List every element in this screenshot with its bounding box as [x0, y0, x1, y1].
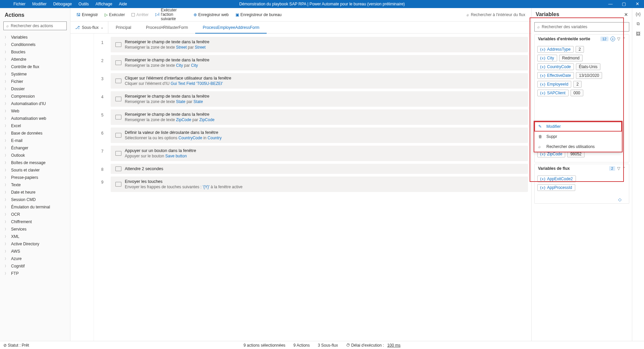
- step-card[interactable]: Appuyer sur un bouton dans la fenêtreApp…: [111, 146, 528, 161]
- variable-chip[interactable]: {x}AddressType: [537, 46, 574, 53]
- erase-icon[interactable]: ◇: [618, 197, 622, 202]
- action-category[interactable]: 〉Date et heure: [0, 189, 70, 196]
- variable-chip[interactable]: {x}AppProcessId: [537, 184, 575, 191]
- action-category[interactable]: 〉Excel: [0, 122, 70, 130]
- action-category[interactable]: 〉Azure: [0, 255, 70, 262]
- filter-icon[interactable]: ▽: [617, 37, 620, 41]
- action-category[interactable]: 〉FTP: [0, 270, 70, 277]
- action-category[interactable]: 〉Cognitif: [0, 262, 70, 270]
- tab-processhrmasterform[interactable]: ProcessHRMasterForm: [139, 21, 195, 33]
- action-category[interactable]: 〉Fichier: [0, 78, 70, 85]
- step-row[interactable]: 6Définir la valeur de liste déroulante d…: [94, 126, 528, 144]
- action-category[interactable]: 〉Session CMD: [0, 196, 70, 203]
- action-category[interactable]: 〉Texte: [0, 181, 70, 189]
- action-category[interactable]: 〉E-mail: [0, 137, 70, 144]
- action-category[interactable]: 〉Chiffrement: [0, 218, 70, 226]
- variable-chip[interactable]: {x}EmployeeId: [537, 81, 571, 88]
- variable-chip[interactable]: {x}ZipCode: [537, 151, 565, 157]
- action-category[interactable]: 〉Échanger: [0, 144, 70, 152]
- variable-row[interactable]: {x}EffectiveDate13/10/2020: [537, 72, 626, 79]
- action-category[interactable]: 〉Boucles: [0, 48, 70, 56]
- context-delete[interactable]: 🗑Suppr: [534, 132, 622, 142]
- tab-principal[interactable]: Principal: [108, 21, 139, 33]
- context-modify[interactable]: ✎Modifier: [534, 121, 622, 132]
- action-category[interactable]: 〉Web: [0, 107, 70, 115]
- action-category[interactable]: 〉Boîtes de message: [0, 159, 70, 166]
- action-category[interactable]: 〉Système: [0, 70, 70, 78]
- subflow-dropdown[interactable]: ⎇ Sous-flux ⌄: [70, 21, 108, 33]
- desktop-recorder-button[interactable]: ▣Enregistreur de bureau: [233, 11, 284, 18]
- variable-row[interactable]: {x}CityRedmond: [537, 55, 626, 61]
- step-card[interactable]: Envoyer les touchesEnvoyer les frappes d…: [111, 177, 528, 192]
- variable-row[interactable]: {x}CountryCodeÉtats-Unis: [537, 63, 626, 70]
- filter-icon[interactable]: ▽: [617, 166, 620, 171]
- menu-view[interactable]: Affichage: [92, 0, 116, 8]
- variables-rail-icon[interactable]: {x}: [636, 11, 641, 16]
- step-row[interactable]: 1Renseigner le champ de texte dans la fe…: [94, 36, 528, 54]
- minimize-button[interactable]: —: [604, 0, 617, 8]
- menu-edit[interactable]: Modifier: [29, 0, 50, 8]
- variable-row[interactable]: {x}ZipCode98052: [537, 151, 626, 157]
- action-category[interactable]: 〉AWS: [0, 248, 70, 255]
- close-button[interactable]: ✕: [631, 0, 644, 8]
- menu-debug[interactable]: Débogage: [50, 0, 75, 8]
- menu-tools[interactable]: Outils: [75, 0, 92, 8]
- action-category[interactable]: 〉Services: [0, 226, 70, 233]
- action-category[interactable]: 〉Automatisation web: [0, 115, 70, 122]
- action-category[interactable]: 〉OCR: [0, 211, 70, 218]
- actions-search[interactable]: ⌕ Rechercher des actions: [3, 21, 67, 30]
- variables-search[interactable]: ⌕ Rechercher des variables: [534, 22, 629, 32]
- variable-row[interactable]: {x}SAPClient000: [537, 90, 626, 96]
- action-category[interactable]: 〉Émulation du terminal: [0, 203, 70, 211]
- collapse-icon[interactable]: ⌃: [622, 37, 626, 41]
- run-button[interactable]: ▷Exécuter: [102, 11, 127, 18]
- action-category[interactable]: 〉Compression: [0, 93, 70, 100]
- step-card[interactable]: Renseigner le champ de texte dans la fen…: [111, 37, 528, 52]
- step-card[interactable]: Renseigner le champ de texte dans la fen…: [111, 91, 528, 107]
- step-card[interactable]: Renseigner le champ de texte dans la fen…: [111, 109, 528, 125]
- step-row[interactable]: 9Envoyer les touchesEnvoyer les frappes …: [94, 175, 528, 193]
- run-next-button[interactable]: ▷IExécuter l'action suivante: [153, 7, 190, 23]
- step-card[interactable]: Cliquer sur l'élément d'interface utilis…: [111, 73, 528, 89]
- variable-chip[interactable]: {x}SAPClient: [537, 90, 569, 96]
- action-category[interactable]: 〉Contrôle de flux: [0, 63, 70, 70]
- action-category[interactable]: 〉Dossier: [0, 85, 70, 93]
- stop-button[interactable]: Arrêter: [129, 11, 151, 18]
- action-category[interactable]: 〉Active Directory: [0, 240, 70, 248]
- step-row[interactable]: 3Cliquer sur l'élément d'interface utili…: [94, 72, 528, 90]
- step-card[interactable]: Attendre 2 secondes: [111, 164, 528, 174]
- variable-row[interactable]: {x}EmployeeId2: [537, 81, 626, 88]
- step-row[interactable]: 2Renseigner le champ de texte dans la fe…: [94, 54, 528, 72]
- images-rail-icon[interactable]: 🖼: [636, 31, 640, 36]
- flow-search[interactable]: ⌕ Rechercher à l'intérieur du flux: [464, 11, 528, 18]
- collapse-icon[interactable]: ⌃: [622, 166, 626, 171]
- action-category[interactable]: 〉Presse-papiers: [0, 174, 70, 181]
- tab-processemployeeaddressform[interactable]: ProcessEmployeeAddressForm: [195, 21, 267, 33]
- step-card[interactable]: Définir la valeur de liste déroulante da…: [111, 128, 528, 143]
- action-category[interactable]: 〉Automatisation d'IU: [0, 100, 70, 107]
- variable-row[interactable]: {x}AppProcessId: [537, 184, 626, 191]
- step-card[interactable]: Renseigner le champ de texte dans la fen…: [111, 55, 528, 70]
- action-category[interactable]: 〉Outlook: [0, 152, 70, 159]
- action-category[interactable]: 〉Variables: [0, 34, 70, 41]
- action-category[interactable]: 〉Conditionnels: [0, 41, 70, 48]
- variable-row[interactable]: {x}AddressType2: [537, 46, 626, 53]
- variable-chip[interactable]: {x}City: [537, 55, 557, 61]
- ui-elements-rail-icon[interactable]: ⧉: [637, 21, 640, 27]
- variable-chip[interactable]: {x}EffectiveDate: [537, 72, 574, 79]
- action-category[interactable]: 〉Souris et clavier: [0, 166, 70, 174]
- variable-row[interactable]: {x}AppExitCode2: [537, 176, 626, 182]
- step-row[interactable]: 8Attendre 2 secondes: [94, 162, 528, 175]
- context-usages[interactable]: ⌕Rechercher des utilisations: [534, 142, 622, 152]
- menu-file[interactable]: Fichier: [10, 0, 29, 8]
- action-category[interactable]: 〉Attendre: [0, 56, 70, 63]
- maximize-button[interactable]: ▢: [617, 0, 631, 8]
- save-button[interactable]: 🖫Enregistr: [74, 11, 101, 18]
- action-category[interactable]: 〉Base de données: [0, 130, 70, 137]
- variable-chip[interactable]: {x}AppExitCode2: [537, 176, 576, 182]
- step-row[interactable]: 7Appuyer sur un bouton dans la fenêtreAp…: [94, 144, 528, 162]
- step-row[interactable]: 4Renseigner le champ de texte dans la fe…: [94, 90, 528, 108]
- add-variable-button[interactable]: +: [610, 37, 615, 41]
- step-row[interactable]: 5Renseigner le champ de texte dans la fe…: [94, 108, 528, 126]
- action-category[interactable]: 〉XML: [0, 233, 70, 240]
